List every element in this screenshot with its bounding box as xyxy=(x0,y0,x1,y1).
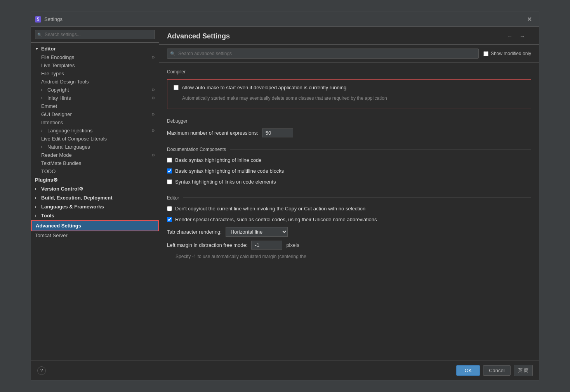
dont-copy-row: Don't copy/cut the current line when inv… xyxy=(167,205,531,212)
sidebar-item-version-control[interactable]: › Version Control ⚙ xyxy=(31,184,159,193)
auto-make-label[interactable]: Allow auto-make to start even if develop… xyxy=(182,84,346,91)
arrow-icon: › xyxy=(35,213,40,218)
sidebar-item-textmate-bundles[interactable]: TextMate Bundles xyxy=(31,159,159,167)
settings-search-wrap xyxy=(167,49,479,59)
sidebar-item-editor[interactable]: ▼ Editor xyxy=(31,44,159,53)
settings-content: Compiler Allow auto-make to start even i… xyxy=(159,63,539,361)
search-bar-row: Show modified only xyxy=(159,45,539,63)
dont-copy-label[interactable]: Don't copy/cut the current line when inv… xyxy=(175,205,365,212)
gear-icon: ⚙ xyxy=(79,186,83,192)
sidebar-item-live-templates[interactable]: Live Templates xyxy=(31,61,159,69)
editor-section-title: Editor xyxy=(167,195,179,201)
sidebar-item-file-types[interactable]: File Types xyxy=(31,69,159,78)
basic-syntax-multiline-checkbox[interactable] xyxy=(167,168,172,173)
sidebar-item-inlay-hints[interactable]: › Inlay Hints ⚙ xyxy=(31,94,159,102)
help-button[interactable]: ? xyxy=(37,366,46,375)
gear-icon: ⚙ xyxy=(151,96,155,100)
sidebar-item-advanced-settings[interactable]: Advanced Settings xyxy=(31,220,159,231)
arrow-icon: › xyxy=(41,128,46,133)
sidebar: ▼ Editor File Encodings ⚙ Live Templates… xyxy=(31,27,159,361)
sidebar-item-languages-frameworks[interactable]: › Languages & Frameworks xyxy=(31,202,159,211)
sidebar-item-label: TODO xyxy=(41,168,155,174)
arrow-icon: › xyxy=(35,196,40,200)
compiler-section: Compiler Allow auto-make to start even i… xyxy=(167,69,531,109)
language-button[interactable]: 英 簡 xyxy=(514,365,533,376)
sidebar-item-label: Emmet xyxy=(41,103,155,109)
sidebar-search-container xyxy=(31,27,159,43)
max-expressions-row: Maximum number of recent expressions: xyxy=(167,128,531,137)
documentation-section: Documentation Components Basic syntax hi… xyxy=(167,147,531,186)
main-header: Advanced Settings ← → xyxy=(159,27,539,45)
sidebar-item-todo[interactable]: TODO xyxy=(31,167,159,175)
sidebar-item-label: Live Edit of Compose Literals xyxy=(41,136,155,142)
syntax-links-label[interactable]: Syntax highlighting of links on code ele… xyxy=(175,179,276,186)
section-divider xyxy=(230,149,531,149)
show-modified-label[interactable]: Show modified only xyxy=(483,51,531,56)
sidebar-item-tools[interactable]: › Tools xyxy=(31,211,159,220)
basic-syntax-inline-label[interactable]: Basic syntax highlighting of inline code xyxy=(175,157,262,164)
page-title: Advanced Settings xyxy=(167,32,505,40)
sidebar-item-android-design-tools[interactable]: Android Design Tools xyxy=(31,78,159,86)
sidebar-section-label: Tools xyxy=(41,213,54,219)
left-margin-label: Left margin in distraction free mode: xyxy=(167,242,247,248)
sidebar-search-input[interactable] xyxy=(35,30,155,39)
nav-arrows: ← → xyxy=(505,33,527,40)
sidebar-section-label: Editor xyxy=(41,46,56,52)
cancel-button[interactable]: Cancel xyxy=(483,365,510,376)
forward-arrow-icon[interactable]: → xyxy=(517,33,527,40)
sidebar-item-language-injections[interactable]: › Language Injections ⚙ xyxy=(31,127,159,135)
sidebar-section-label: Plugins xyxy=(35,177,53,183)
max-expressions-input[interactable] xyxy=(262,128,293,137)
sidebar-item-intentions[interactable]: Intentions xyxy=(31,118,159,127)
sidebar-tree: ▼ Editor File Encodings ⚙ Live Templates… xyxy=(31,43,159,361)
debugger-section: Debugger Maximum number of recent expres… xyxy=(167,118,531,137)
tab-rendering-row: Tab character rendering: Horizontal line… xyxy=(167,227,531,237)
sidebar-item-tomcat-server[interactable]: Tomcat Server xyxy=(31,231,159,239)
settings-search-input[interactable] xyxy=(167,49,479,59)
sidebar-item-label: TextMate Bundles xyxy=(41,160,155,166)
arrow-icon: › xyxy=(41,96,46,100)
app-icon: S xyxy=(35,16,41,23)
tab-rendering-select[interactable]: Horizontal line Arrow None xyxy=(226,227,288,237)
section-divider xyxy=(189,72,531,72)
syntax-links-checkbox[interactable] xyxy=(167,179,172,184)
sidebar-search-wrap xyxy=(35,30,155,39)
sidebar-item-build-execution[interactable]: › Build, Execution, Deployment xyxy=(31,193,159,202)
sidebar-item-label: Copyright xyxy=(47,87,151,93)
section-divider xyxy=(191,121,531,121)
sidebar-item-reader-mode[interactable]: Reader Mode ⚙ xyxy=(31,151,159,159)
sidebar-item-label: Advanced Settings xyxy=(36,223,154,229)
sidebar-item-label: Tomcat Server xyxy=(35,232,155,238)
sidebar-item-gui-designer[interactable]: GUI Designer ⚙ xyxy=(31,110,159,118)
arrow-icon: › xyxy=(35,187,40,191)
render-special-checkbox[interactable] xyxy=(167,217,172,222)
ok-button[interactable]: OK xyxy=(456,365,480,376)
sidebar-item-file-encodings[interactable]: File Encodings ⚙ xyxy=(31,53,159,61)
auto-make-checkbox[interactable] xyxy=(174,85,179,90)
sidebar-item-copyright[interactable]: › Copyright ⚙ xyxy=(31,86,159,94)
basic-syntax-multiline-label[interactable]: Basic syntax highlighting of multiline c… xyxy=(175,168,284,175)
sidebar-item-plugins[interactable]: Plugins ⚙ xyxy=(31,175,159,184)
sidebar-item-emmet[interactable]: Emmet xyxy=(31,102,159,110)
debugger-section-header: Debugger xyxy=(167,118,531,124)
sidebar-item-natural-languages[interactable]: › Natural Languages xyxy=(31,143,159,151)
sidebar-section-label: Languages & Frameworks xyxy=(41,204,104,210)
max-expressions-label: Maximum number of recent expressions: xyxy=(167,130,258,136)
basic-syntax-multiline-row: Basic syntax highlighting of multiline c… xyxy=(167,168,531,175)
left-margin-input[interactable] xyxy=(251,241,282,250)
window-title: Settings xyxy=(44,16,524,22)
show-modified-checkbox[interactable] xyxy=(483,51,488,56)
section-divider xyxy=(183,198,531,198)
basic-syntax-inline-checkbox[interactable] xyxy=(167,158,172,163)
close-button[interactable]: ✕ xyxy=(524,14,535,24)
footer-left: ? xyxy=(37,366,46,375)
dont-copy-checkbox[interactable] xyxy=(167,206,172,211)
back-arrow-icon[interactable]: ← xyxy=(505,33,515,40)
render-special-label[interactable]: Render special characters, such as contr… xyxy=(175,216,377,223)
gear-icon: ⚙ xyxy=(151,128,155,133)
sidebar-item-live-edit[interactable]: Live Edit of Compose Literals xyxy=(31,135,159,143)
arrow-icon: › xyxy=(35,205,40,209)
compiler-section-header: Compiler xyxy=(167,69,531,75)
sidebar-item-label: GUI Designer xyxy=(41,111,151,117)
pixels-label: pixels xyxy=(286,242,299,248)
